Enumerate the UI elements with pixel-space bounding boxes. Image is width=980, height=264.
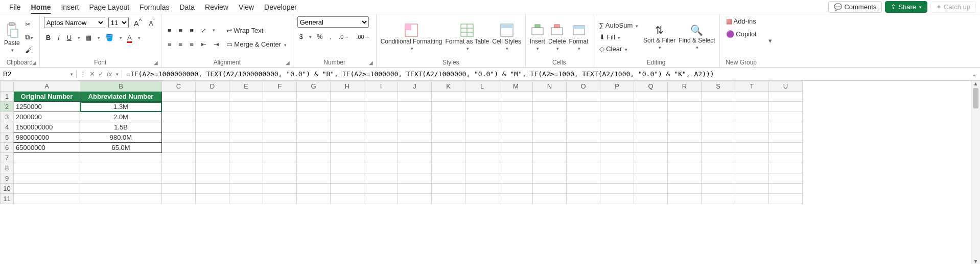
tab-file[interactable]: File: [4, 1, 26, 13]
align-center-button[interactable]: ≡: [177, 39, 185, 49]
select-all-corner[interactable]: [1, 81, 14, 92]
cell[interactable]: [229, 122, 263, 133]
clear-button[interactable]: ◇ Clear ▾: [597, 44, 640, 54]
name-box[interactable]: ▾: [0, 70, 77, 78]
bold-button[interactable]: B: [44, 33, 53, 42]
cell[interactable]: [567, 163, 600, 173]
increase-font-button[interactable]: A^: [132, 16, 144, 29]
cell[interactable]: [364, 184, 398, 194]
cell[interactable]: [398, 112, 432, 122]
cell[interactable]: [297, 184, 331, 194]
cell[interactable]: [14, 173, 80, 184]
tab-page-layout[interactable]: Page Layout: [84, 1, 134, 13]
scroll-down-arrow[interactable]: ▼: [971, 258, 980, 264]
cell[interactable]: 980.0M: [80, 133, 162, 143]
cell[interactable]: [735, 153, 769, 163]
cell[interactable]: [668, 184, 702, 194]
column-header[interactable]: F: [263, 81, 297, 92]
cell[interactable]: [668, 133, 702, 143]
cell[interactable]: [465, 173, 499, 184]
cell[interactable]: [196, 194, 229, 204]
cell[interactable]: [432, 184, 465, 194]
row-header[interactable]: 6: [1, 143, 14, 153]
cell[interactable]: [364, 92, 398, 102]
cell[interactable]: [398, 122, 432, 133]
cell[interactable]: [533, 173, 567, 184]
cell[interactable]: [668, 173, 702, 184]
cell[interactable]: 1.3M: [80, 102, 162, 112]
cell[interactable]: [162, 122, 196, 133]
format-painter-button[interactable]: 🖌: [23, 46, 35, 55]
cell[interactable]: [634, 153, 668, 163]
cell[interactable]: [634, 184, 668, 194]
cell[interactable]: [331, 112, 364, 122]
cell[interactable]: [668, 194, 702, 204]
cell[interactable]: [80, 153, 162, 163]
cell[interactable]: [668, 92, 702, 102]
cell[interactable]: [398, 173, 432, 184]
scroll-up-arrow[interactable]: ▲: [971, 81, 980, 86]
cell[interactable]: [196, 122, 229, 133]
cell[interactable]: [297, 194, 331, 204]
find-select-button[interactable]: 🔍 Find & Select▾: [679, 24, 715, 50]
align-left-button[interactable]: ≡: [166, 39, 174, 49]
cell[interactable]: [465, 133, 499, 143]
cell[interactable]: [769, 163, 803, 173]
tab-review[interactable]: Review: [200, 1, 234, 13]
cell[interactable]: [196, 173, 229, 184]
cell[interactable]: [80, 173, 162, 184]
cell[interactable]: [735, 194, 769, 204]
cell[interactable]: [567, 153, 600, 163]
cell[interactable]: [634, 173, 668, 184]
row-header[interactable]: 2: [1, 102, 14, 112]
wrap-text-button[interactable]: ↩ Wrap Text: [224, 26, 289, 35]
cell[interactable]: [263, 122, 297, 133]
cell[interactable]: [162, 92, 196, 102]
column-header[interactable]: N: [533, 81, 567, 92]
cell[interactable]: [80, 184, 162, 194]
cell[interactable]: [432, 143, 465, 153]
cell[interactable]: [331, 163, 364, 173]
column-header[interactable]: A: [14, 81, 80, 92]
cell[interactable]: [297, 112, 331, 122]
cell[interactable]: [364, 163, 398, 173]
cell[interactable]: [229, 143, 263, 153]
cell[interactable]: [533, 153, 567, 163]
cell[interactable]: [229, 92, 263, 102]
cell[interactable]: Abbreviated Number: [80, 92, 162, 102]
cell[interactable]: [297, 133, 331, 143]
column-header[interactable]: L: [465, 81, 499, 92]
cell[interactable]: [229, 184, 263, 194]
cell[interactable]: [769, 102, 803, 112]
cell[interactable]: [600, 153, 634, 163]
share-button[interactable]: ⇪ Share ▾: [885, 1, 927, 13]
row-header[interactable]: 9: [1, 173, 14, 184]
column-header[interactable]: I: [364, 81, 398, 92]
cell[interactable]: [465, 163, 499, 173]
cell[interactable]: [702, 102, 735, 112]
cell[interactable]: [263, 102, 297, 112]
cancel-formula-button[interactable]: ✕: [89, 70, 95, 78]
cell[interactable]: [297, 102, 331, 112]
cell[interactable]: [769, 194, 803, 204]
cell[interactable]: [600, 163, 634, 173]
cell[interactable]: [735, 102, 769, 112]
cell[interactable]: [499, 92, 533, 102]
cell[interactable]: [364, 194, 398, 204]
cell[interactable]: [702, 122, 735, 133]
cell[interactable]: [162, 173, 196, 184]
cell[interactable]: [331, 173, 364, 184]
cell[interactable]: [735, 112, 769, 122]
column-header[interactable]: M: [499, 81, 533, 92]
row-header[interactable]: 4: [1, 122, 14, 133]
cell[interactable]: [533, 194, 567, 204]
cell[interactable]: [600, 122, 634, 133]
cell[interactable]: [465, 153, 499, 163]
cell[interactable]: [229, 112, 263, 122]
cell[interactable]: [499, 194, 533, 204]
formula-menu-button[interactable]: ⋮: [80, 70, 86, 78]
cell[interactable]: [567, 112, 600, 122]
cell[interactable]: [702, 163, 735, 173]
cell[interactable]: [465, 143, 499, 153]
column-header[interactable]: U: [769, 81, 803, 92]
